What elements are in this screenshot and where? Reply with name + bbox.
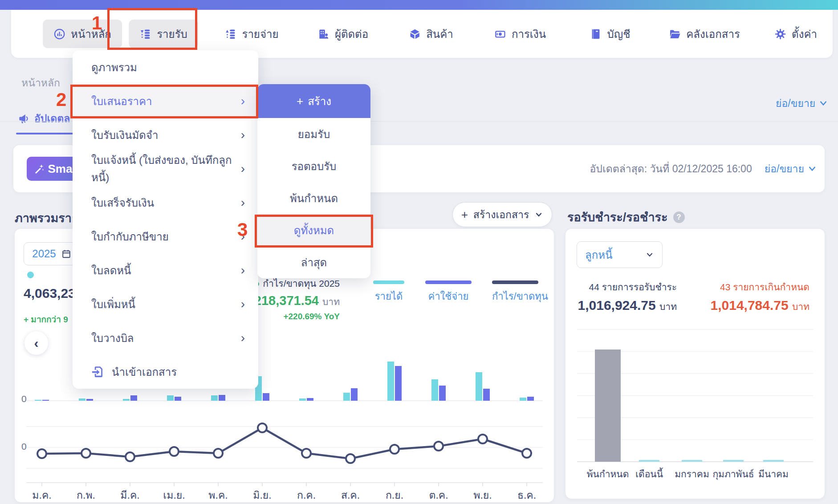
x-tick-label: ส.ค. [341, 487, 360, 503]
chevron-down-icon [645, 250, 654, 259]
income-series-dot [27, 272, 34, 278]
nav-label: ตั้งค่า [792, 25, 817, 43]
submenu-item-create[interactable]: + สร้าง [257, 84, 370, 118]
menu-item-receipt[interactable]: ใบเสร็จรับเงิน › [73, 186, 258, 219]
section-title-overview: ภาพรวมราย [15, 208, 79, 228]
year-value: 2025 [32, 248, 56, 260]
menu-item-label: ใบแจ้งหนี้ (ใบส่งของ, บันทึกลูกหนี้) [91, 151, 241, 186]
nav-item-products[interactable]: สินค้า [398, 20, 464, 48]
x-tick-label: ต.ค. [429, 487, 448, 503]
collapse-toggle-top[interactable]: ย่อ/ขยาย [776, 95, 828, 111]
nav-item-contacts[interactable]: ผู้ติดต่อ [307, 20, 379, 48]
quotation-submenu: + สร้าง ยอมรับ รอตอบรับ พ้นกำหนด ดูทั้งห… [257, 84, 370, 278]
annotation-box-3 [255, 215, 373, 248]
submenu-item-overdue[interactable]: พ้นกำหนด [257, 182, 370, 214]
submenu-item-label: สร้าง [308, 93, 331, 110]
submenu-item-accepted[interactable]: ยอมรับ [257, 118, 370, 150]
create-document-label: สร้างเอกสาร [473, 207, 529, 223]
profit-label: กำไร/ขาดทุน 2025 [263, 278, 340, 289]
nav-label: รายจ่าย [242, 25, 278, 43]
year-selector[interactable]: 2025 [24, 242, 80, 265]
x-tick-label: มิ.ย. [253, 487, 271, 503]
menu-item-invoice[interactable]: ใบแจ้งหนี้ (ใบส่งของ, บันทึกลูกหนี้) › [73, 152, 258, 186]
menu-item-billing-note[interactable]: ใบวางบิล › [73, 321, 258, 355]
x-tick-label: ก.ค. [297, 487, 316, 503]
x-tick-label: ธ.ค. [517, 487, 536, 503]
chevron-down-icon [808, 164, 817, 173]
overdue-amount: 1,014,784.75 [711, 298, 789, 313]
submenu-item-label: ล่าสุด [301, 254, 327, 271]
app-screen: หน้าหลัก รายรับ รายจ่าย ผู้ติดต่อ สินค้า… [0, 0, 838, 504]
chart-prev-button[interactable]: ‹ [24, 331, 48, 355]
legend-expense[interactable]: ค่าใช้จ่าย [425, 280, 472, 304]
dashboard-icon [53, 28, 65, 40]
menu-item-label: ใบเพิ่มหนี้ [91, 296, 135, 313]
x-tick-label: ก.พ. [77, 487, 95, 503]
menu-item-debit-note[interactable]: ใบเพิ่มหนี้ › [73, 287, 258, 321]
nav-item-finance[interactable]: การเงิน [484, 20, 557, 48]
menu-item-deposit-receipt[interactable]: ใบรับเงินมัดจำ › [73, 118, 258, 152]
legend-profit[interactable]: กำไร/ขาดทุน [492, 280, 538, 304]
nav-label: หน้าหลัก [71, 25, 111, 43]
x-tick-label: มี.ค. [120, 487, 139, 503]
nav-item-expense[interactable]: รายจ่าย [214, 20, 289, 48]
collapse-label: ย่อ/ขยาย [765, 161, 804, 177]
menu-item-import-documents[interactable]: นำเข้าเอกสาร [73, 355, 258, 389]
profit-value: 218,371.54 [254, 293, 319, 308]
income-total-partial: 4,063,23 [24, 286, 76, 301]
chevron-right-icon: › [241, 331, 245, 345]
chevron-down-icon [819, 99, 828, 108]
submenu-item-latest[interactable]: ล่าสุด [257, 246, 370, 278]
chevron-right-icon: › [241, 128, 245, 142]
annotation-number-3: 3 [237, 219, 248, 240]
income-total-note: + มากกว่า 9 [24, 313, 68, 326]
x-tick-label: มกราคม [675, 467, 709, 481]
debtor-filter-select[interactable]: ลูกหนี้ [577, 241, 663, 268]
smart-assist-badge[interactable]: Sma [27, 157, 79, 181]
menu-item-label: ใบวางบิล [91, 329, 134, 347]
chevron-right-icon: › [241, 297, 245, 311]
annotation-number-1: 1 [92, 12, 102, 34]
menu-item-label: ดูภาพรวม [91, 59, 137, 76]
x-tick-label: พ้นกำหนด [587, 467, 629, 481]
settings-icon [774, 28, 786, 40]
plus-icon: + [461, 209, 468, 220]
nav-item-documents[interactable]: คลังเอกสาร [658, 20, 751, 48]
nav-label: คลังเอกสาร [686, 25, 740, 43]
overdue-stat: 43 รายการเกินกำหนด 1,014,784.75 บาท [711, 280, 810, 314]
menu-item-label: ใบลดหนี้ [91, 262, 131, 279]
collapse-toggle-smartbar[interactable]: ย่อ/ขยาย [765, 161, 817, 177]
overdue-count: 43 รายการเกินกำหนด [711, 280, 810, 294]
submenu-item-awaiting[interactable]: รอตอบรับ [257, 150, 370, 182]
legend-profit-label: กำไร/ขาดทุน [492, 289, 538, 304]
x-tick-label: ก.ย. [386, 487, 403, 503]
create-document-button[interactable]: + สร้างเอกสาร [452, 202, 552, 227]
magic-wand-icon [34, 163, 45, 174]
annotation-box-1 [107, 8, 197, 50]
nav-label: ผู้ติดต่อ [335, 25, 368, 43]
tab-updates[interactable]: อัปเดตล [18, 110, 70, 126]
last-updated-text: อัปเดตล่าสุด: วันที่ 02/12/2025 16:00 [590, 161, 752, 177]
finance-icon [494, 28, 506, 40]
tab-active-underline [16, 133, 73, 134]
x-tick-label: เดือนนี้ [635, 467, 663, 481]
chevron-right-icon: › [241, 162, 245, 176]
nav-label: สินค้า [426, 25, 453, 43]
nav-item-accounting[interactable]: บัญชี [579, 20, 641, 48]
breadcrumb: หน้าหลัก [21, 75, 60, 91]
documents-icon [669, 28, 681, 40]
legend-income[interactable]: รายได้ [373, 280, 404, 304]
x-tick-label: มีนาคม [758, 467, 789, 481]
menu-item-tax-invoice[interactable]: ใบกำกับภาษีขาย › [73, 219, 258, 253]
profit-unit: บาท [322, 297, 340, 307]
menu-item-overview[interactable]: ดูภาพรวม [73, 50, 258, 84]
receivable-count: 44 รายการรอรับชำระ [578, 280, 677, 294]
menu-item-credit-note[interactable]: ใบลดหนี้ › [73, 253, 258, 287]
menu-item-label: ใบเสร็จรับเงิน [91, 194, 154, 211]
help-icon[interactable]: ? [673, 211, 685, 223]
chevron-right-icon: › [241, 263, 245, 277]
submenu-item-label: พ้นกำหนด [290, 190, 338, 207]
contacts-icon [317, 28, 330, 40]
collapse-label: ย่อ/ขยาย [776, 95, 815, 111]
nav-item-settings[interactable]: ตั้งค่า [764, 20, 828, 48]
